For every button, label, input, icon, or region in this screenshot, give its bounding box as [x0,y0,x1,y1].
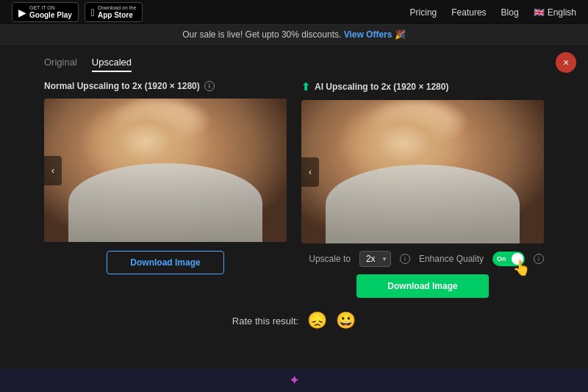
toggle-thumb [512,253,523,265]
tab-original[interactable]: Original [44,57,77,72]
right-title-text: AI Upscaling to 2x (1920 × 1280) [315,82,448,92]
view-offers-link[interactable]: View Offers [344,29,392,40]
flag-icon: 🇬🇧 [534,7,545,18]
google-play-button[interactable]: ▶ GET IT ON Google Play [12,2,79,22]
rating-row: Rate this result: 😞 😀 [44,311,544,330]
left-portrait-image [44,99,287,242]
promo-bar: Our sale is live! Get upto 30% discounts… [0,25,588,45]
google-play-name: Google Play [29,11,72,19]
bottom-logo-icon: ✦ [289,372,300,388]
rating-label: Rate this result: [232,316,298,327]
comparison-panels: Normal Upscaling to 2x (1920 × 1280) i ‹… [44,81,544,298]
ai-upscale-icon: ⬆ [301,81,310,93]
right-portrait-image [301,100,544,243]
main-content: × Original Upscaled Normal Upscaling to … [0,45,588,342]
left-nav-arrow-left[interactable]: ‹ [44,156,62,185]
store-buttons: ▶ GET IT ON Google Play  Download on th… [12,2,143,22]
left-download-button[interactable]: Download Image [107,251,224,274]
upscale-label: Upscale to [309,254,351,264]
promo-emoji: 🎉 [395,29,406,40]
toggle-on-label: On [497,255,506,263]
left-title-text: Normal Upscaling to 2x (1920 × 1280) [44,81,200,91]
sad-rating-button[interactable]: 😞 [307,311,327,330]
happy-rating-button[interactable]: 😀 [336,311,356,330]
top-navigation: ▶ GET IT ON Google Play  Download on th… [0,0,588,25]
language-label: English [548,7,576,18]
apple-icon:  [91,7,95,18]
right-nav-arrow-left[interactable]: ‹ [301,157,319,187]
right-image-container: ‹ [301,100,544,243]
enhance-info-icon[interactable]: i [534,254,544,264]
left-panel: Normal Upscaling to 2x (1920 × 1280) i ‹… [44,81,287,274]
language-selector[interactable]: 🇬🇧 English [534,7,576,18]
pricing-link[interactable]: Pricing [410,7,437,18]
right-download-button[interactable]: Download Image [356,274,489,298]
toggle-wrapper: On 👆 [492,252,525,266]
left-info-icon[interactable]: i [204,81,215,91]
features-link[interactable]: Features [451,7,486,18]
controls-row: Upscale to 2x 1x 4x 8x ▼ i Enhance Quali… [301,251,544,267]
tabs-row: Original Upscaled [44,57,544,72]
app-store-name: App Store [98,11,137,19]
toggle-track: On [492,252,525,266]
close-button[interactable]: × [556,52,576,73]
blog-link[interactable]: Blog [501,7,519,18]
enhance-quality-toggle[interactable]: On [492,252,525,266]
app-store-get-it: Download on the [98,5,137,11]
promo-text: Our sale is live! Get upto 30% discounts… [182,29,341,40]
upscale-select-wrapper: 2x 1x 4x 8x ▼ [359,251,391,267]
left-image-container: ‹ [44,99,287,242]
bottom-bar: ✦ [0,368,588,392]
app-store-button[interactable]:  Download on the App Store [85,2,143,22]
right-panel: ⬆ AI Upscaling to 2x (1920 × 1280) ‹ Ups… [301,81,544,298]
nav-links: Pricing Features Blog 🇬🇧 English [410,7,576,18]
enhance-label: Enhance Quality [419,254,484,264]
right-panel-title: ⬆ AI Upscaling to 2x (1920 × 1280) [301,81,544,93]
google-play-get-it: GET IT ON [29,5,72,11]
upscale-select[interactable]: 2x 1x 4x 8x [359,251,391,267]
left-panel-title: Normal Upscaling to 2x (1920 × 1280) i [44,81,287,91]
tab-upscaled[interactable]: Upscaled [92,57,132,72]
upscale-info-icon[interactable]: i [400,254,410,264]
google-play-icon: ▶ [18,7,26,18]
